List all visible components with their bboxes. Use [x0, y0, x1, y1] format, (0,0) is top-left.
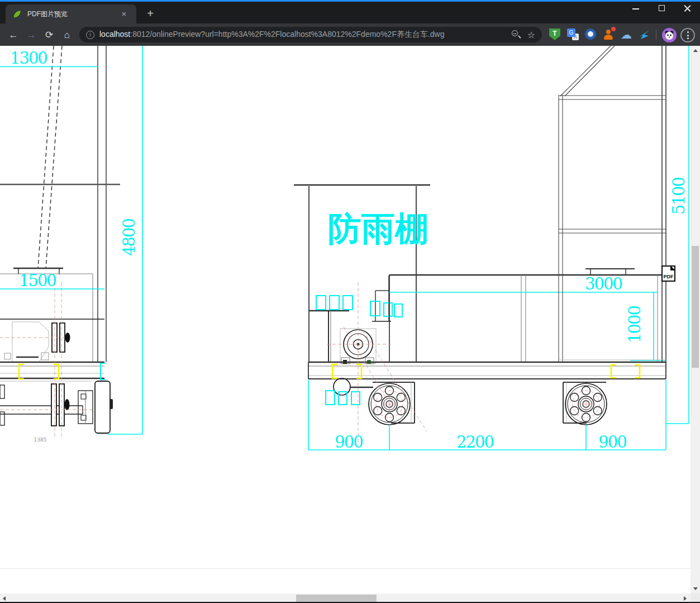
dim-900-right: 900: [598, 433, 626, 452]
extension-bird[interactable]: [638, 29, 650, 41]
right-structure: [559, 46, 666, 362]
tab-title: PDF图片预览: [27, 10, 117, 19]
url-text: localhost:8012/onlinePreview?url=http%3A…: [99, 30, 511, 40]
scroll-up-arrow-icon[interactable]: [693, 49, 698, 52]
dim-5100: 5100: [669, 178, 688, 215]
extension-tampermonkey[interactable]: T: [549, 29, 561, 41]
undercarriage: [326, 378, 606, 423]
page-boundary-line: [0, 568, 691, 569]
address-bar[interactable]: i localhost:8012/onlinePreview?url=http%…: [79, 27, 542, 42]
panda-avatar-icon: [662, 28, 677, 42]
maximize-icon: [659, 5, 665, 11]
bird-icon: [638, 29, 650, 41]
horizontal-scrollbar-thumb[interactable]: [296, 595, 377, 602]
extension-cloud[interactable]: ☁: [621, 29, 633, 41]
reload-button[interactable]: ⟳: [42, 28, 56, 42]
page-info-icon[interactable]: i: [86, 31, 94, 39]
shelter: 防雨棚: [294, 185, 430, 362]
pdf-icon[interactable]: PDF: [661, 265, 675, 282]
dim-900-left: 900: [335, 433, 363, 452]
dim-4800: 4800: [120, 219, 139, 256]
window-titlebar: PDF图片预览 × +: [0, 0, 700, 23]
dim-1385: 1385: [34, 437, 47, 443]
vertical-scrollbar[interactable]: [691, 46, 700, 593]
extension-ring[interactable]: [585, 29, 597, 41]
home-button[interactable]: ⌂: [60, 28, 74, 42]
cloud-icon: ☁: [621, 29, 633, 41]
kebab-menu-icon: [687, 31, 689, 41]
page-content: 1300 1500 4800 1385 防雨棚: [0, 46, 700, 603]
left-view: 1300 1500 4800 1385: [0, 46, 142, 443]
extension-translate[interactable]: A G: [567, 29, 579, 41]
vertical-scrollbar-thumb[interactable]: [692, 246, 699, 368]
bookmark-star-icon[interactable]: ☆: [527, 30, 535, 40]
dim-2200: 2200: [456, 433, 493, 452]
dim-1000: 1000: [625, 306, 644, 343]
extension-person[interactable]: [602, 29, 615, 41]
toolbar-separator: [656, 30, 656, 40]
mid-structure: [370, 276, 402, 321]
pdf-icon-label: PDF: [663, 274, 674, 279]
minimize-button[interactable]: [623, 0, 649, 18]
browser-menu-button[interactable]: [680, 28, 695, 42]
translate-icon: G: [567, 29, 575, 37]
back-button[interactable]: ←: [6, 28, 21, 42]
window-top-accent: [0, 0, 700, 2]
person-icon: [602, 29, 615, 41]
scroll-right-arrow-icon[interactable]: [684, 596, 687, 601]
browser-toolbar: ← → ⟳ ⌂ i localhost:8012/onlinePreview?u…: [0, 23, 700, 46]
ring-icon: [585, 29, 596, 40]
shelter-label: 防雨棚: [328, 209, 428, 248]
maximize-button[interactable]: [649, 0, 674, 18]
url-host: localhost: [99, 30, 130, 39]
cad-drawing: 1300 1500 4800 1385 防雨棚: [0, 46, 691, 593]
platform: 3000 1000: [389, 269, 666, 362]
deck: [308, 362, 666, 379]
scroll-left-arrow-icon[interactable]: [3, 596, 6, 601]
notification-badge: [611, 27, 616, 31]
dim-1300: 1300: [10, 49, 47, 68]
forward-button[interactable]: →: [24, 28, 39, 42]
url-path: :8012/onlinePreview?url=http%3A%2F%2Floc…: [130, 30, 444, 39]
scroll-down-arrow-icon[interactable]: [693, 587, 698, 590]
tab-close-icon[interactable]: ×: [119, 9, 129, 19]
minimize-icon: [632, 8, 639, 10]
close-button[interactable]: [674, 0, 700, 18]
window-controls: [623, 0, 700, 18]
dimensions: 900 2200 900 5100: [308, 46, 689, 452]
wheel-right: [565, 383, 607, 425]
dim-3000: 3000: [585, 274, 622, 293]
spring-leaf-favicon: [12, 10, 22, 19]
profile-avatar[interactable]: [662, 28, 677, 42]
dim-1500: 1500: [19, 271, 56, 290]
browser-tab[interactable]: PDF图片预览 ×: [6, 4, 136, 23]
new-tab-button[interactable]: +: [143, 7, 158, 21]
zoom-out-icon[interactable]: [511, 29, 522, 40]
tampermonkey-shield-icon: T: [549, 29, 560, 40]
